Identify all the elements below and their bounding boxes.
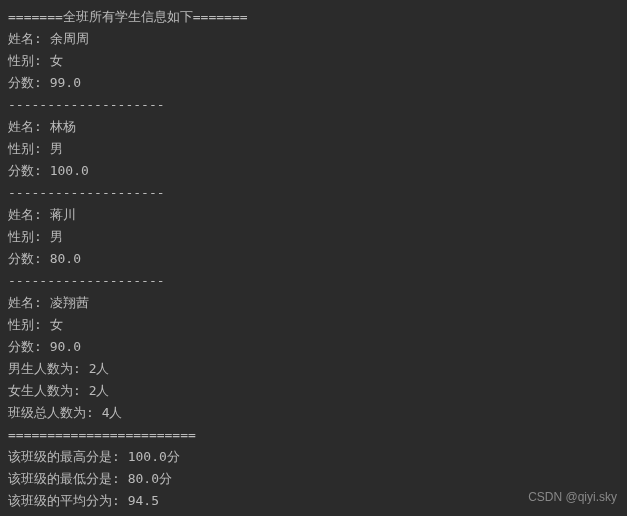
label-total-count: 班级总人数为:	[8, 405, 102, 420]
student-score: 分数: 90.0	[8, 336, 619, 358]
watermark: CSDN @qiyi.sky	[528, 486, 617, 508]
student-name: 姓名: 林杨	[8, 116, 619, 138]
value-name: 余周周	[50, 31, 89, 46]
label-min: 该班级的最低分是:	[8, 471, 128, 486]
value-gender: 男	[50, 229, 63, 244]
value-gender: 女	[50, 53, 63, 68]
label-avg: 该班级的平均分为:	[8, 493, 128, 508]
label-gender: 性别:	[8, 229, 50, 244]
student-gender: 性别: 女	[8, 314, 619, 336]
label-score: 分数:	[8, 339, 50, 354]
value-name: 林杨	[50, 119, 76, 134]
label-name: 姓名:	[8, 31, 50, 46]
value-male-count: 2人	[89, 361, 110, 376]
label-max: 该班级的最高分是:	[8, 449, 128, 464]
student-gender: 性别: 女	[8, 50, 619, 72]
value-gender: 女	[50, 317, 63, 332]
value-name: 凌翔茜	[50, 295, 89, 310]
value-max: 100.0分	[128, 449, 180, 464]
label-gender: 性别:	[8, 141, 50, 156]
max-score: 该班级的最高分是: 100.0分	[8, 446, 619, 468]
label-score: 分数:	[8, 163, 50, 178]
male-count: 男生人数为: 2人	[8, 358, 619, 380]
label-name: 姓名:	[8, 119, 50, 134]
label-female-count: 女生人数为:	[8, 383, 89, 398]
student-score: 分数: 100.0	[8, 160, 619, 182]
student-gender: 性别: 男	[8, 138, 619, 160]
student-name: 姓名: 余周周	[8, 28, 619, 50]
student-name: 姓名: 凌翔茜	[8, 292, 619, 314]
divider: --------------------	[8, 270, 619, 292]
value-score: 90.0	[50, 339, 81, 354]
value-name: 蒋川	[50, 207, 76, 222]
total-count: 班级总人数为: 4人	[8, 402, 619, 424]
value-total-count: 4人	[102, 405, 123, 420]
value-female-count: 2人	[89, 383, 110, 398]
label-name: 姓名:	[8, 295, 50, 310]
divider: --------------------	[8, 94, 619, 116]
student-gender: 性别: 男	[8, 226, 619, 248]
divider-big: ========================	[8, 424, 619, 446]
student-name: 姓名: 蒋川	[8, 204, 619, 226]
header-line: =======全班所有学生信息如下=======	[8, 6, 619, 28]
student-score: 分数: 80.0	[8, 248, 619, 270]
value-score: 99.0	[50, 75, 81, 90]
divider: --------------------	[8, 182, 619, 204]
label-gender: 性别:	[8, 53, 50, 68]
label-male-count: 男生人数为:	[8, 361, 89, 376]
label-gender: 性别:	[8, 317, 50, 332]
value-score: 100.0	[50, 163, 89, 178]
student-score: 分数: 99.0	[8, 72, 619, 94]
value-min: 80.0分	[128, 471, 172, 486]
value-gender: 男	[50, 141, 63, 156]
value-avg: 94.5	[128, 493, 159, 508]
label-score: 分数:	[8, 75, 50, 90]
label-score: 分数:	[8, 251, 50, 266]
label-name: 姓名:	[8, 207, 50, 222]
female-count: 女生人数为: 2人	[8, 380, 619, 402]
value-score: 80.0	[50, 251, 81, 266]
